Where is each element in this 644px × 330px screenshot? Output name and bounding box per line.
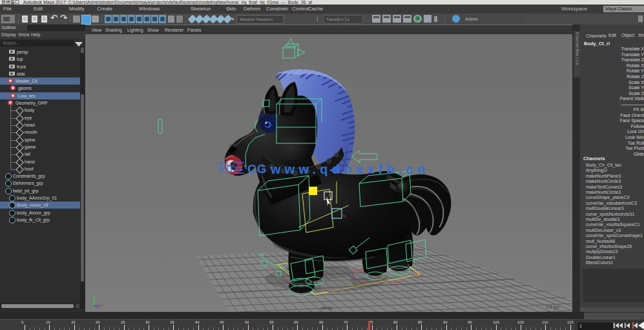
svg-text:Renderer: Renderer xyxy=(165,28,184,32)
svg-text:View: View xyxy=(92,28,102,32)
svg-text:CG: CG xyxy=(247,162,267,176)
svg-text:Panels: Panels xyxy=(187,28,202,32)
svg-text:Lighting: Lighting xyxy=(127,28,143,33)
svg-text:Shading: Shading xyxy=(105,28,122,33)
svg-text:Show: Show xyxy=(147,28,159,32)
svg-text:0.9 fps: 0.9 fps xyxy=(546,305,560,310)
svg-text:www.qdnxxfb.cn: www.qdnxxfb.cn xyxy=(270,162,429,176)
svg-text:persp: persp xyxy=(321,305,333,311)
